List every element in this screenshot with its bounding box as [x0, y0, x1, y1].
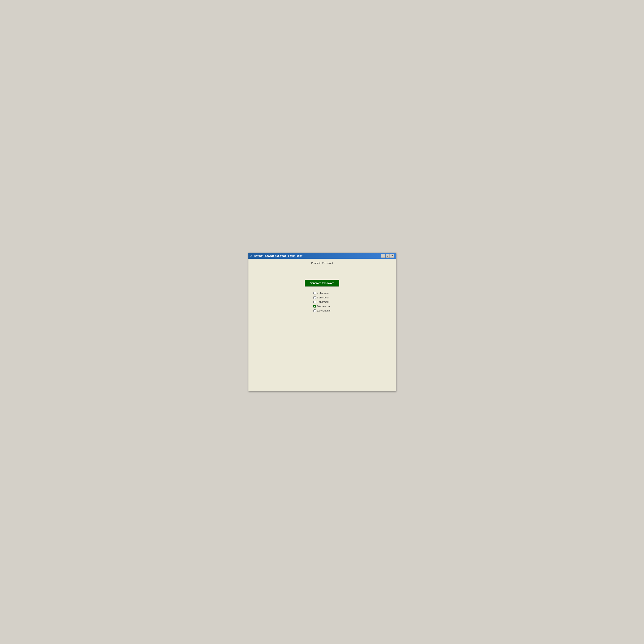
checkbox-item: 8 character — [313, 301, 331, 303]
checkbox-cb12[interactable] — [313, 309, 316, 312]
maximize-button[interactable]: □ — [386, 254, 390, 258]
checkbox-label-cb4[interactable]: 4 character — [317, 292, 329, 295]
checkbox-label-cb10[interactable]: 10 character — [317, 305, 331, 308]
checkboxes-container: 4 character6 character8 character10 char… — [313, 292, 331, 312]
checkbox-item: 6 character — [313, 296, 331, 299]
close-button[interactable]: × — [390, 254, 394, 258]
checkbox-cb6[interactable] — [313, 296, 316, 299]
window-content: Generate Password Generate Password 4 ch… — [248, 259, 396, 391]
checkbox-cb8[interactable] — [313, 301, 316, 303]
checkbox-label-cb12[interactable]: 12 character — [317, 309, 331, 312]
checkbox-item: 10 character — [313, 305, 331, 308]
window-controls: — □ × — [381, 254, 394, 258]
title-bar: Random Password Generator - Scaler Topic… — [248, 253, 396, 259]
app-window: Random Password Generator - Scaler Topic… — [248, 253, 396, 391]
checkbox-item: 4 character — [313, 292, 331, 295]
generate-password-button[interactable]: Generate Password — [305, 280, 339, 286]
checkbox-label-cb8[interactable]: 8 character — [317, 301, 329, 303]
title-bar-left: Random Password Generator - Scaler Topic… — [250, 254, 303, 257]
checkbox-cb4[interactable] — [313, 292, 316, 294]
checkbox-item: 12 character — [313, 309, 331, 312]
page-title: Generate Password — [311, 262, 333, 265]
window-title: Random Password Generator - Scaler Topic… — [254, 254, 303, 257]
checkbox-cb10[interactable] — [313, 305, 316, 308]
minimize-button[interactable]: — — [381, 254, 385, 258]
feather-icon — [250, 254, 253, 257]
checkbox-label-cb6[interactable]: 6 character — [317, 296, 329, 299]
